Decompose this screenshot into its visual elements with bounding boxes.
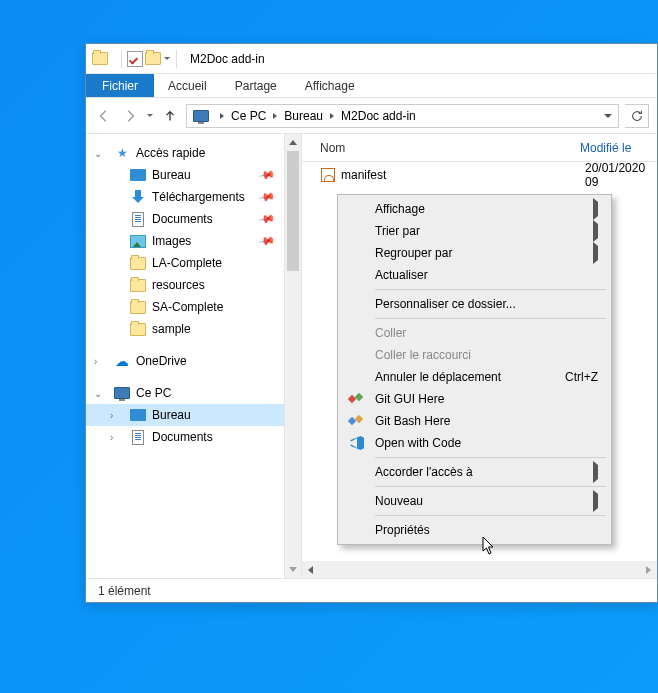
- addr-seg-folder[interactable]: M2Doc add-in: [337, 105, 420, 127]
- scroll-up-icon[interactable]: [285, 134, 301, 151]
- cm-refresh[interactable]: Actualiser: [341, 264, 608, 286]
- folder-icon: [130, 321, 146, 337]
- expand-icon[interactable]: ›: [94, 356, 97, 367]
- cm-label: Regrouper par: [375, 246, 452, 260]
- sidebar-item-downloads[interactable]: Téléchargements📌: [86, 186, 284, 208]
- pin-icon: 📌: [258, 210, 277, 229]
- sidebar-item-folder[interactable]: LA-Complete: [86, 252, 284, 274]
- navbar: Ce PC Bureau M2Doc add-in: [86, 98, 657, 134]
- addr-root[interactable]: [189, 105, 217, 127]
- addr-seg-desktop[interactable]: Bureau: [280, 105, 327, 127]
- cm-label: Trier par: [375, 224, 420, 238]
- cm-group[interactable]: Regrouper par: [341, 242, 608, 264]
- xml-icon: [320, 167, 335, 183]
- expand-icon[interactable]: ›: [110, 410, 113, 421]
- cm-label: Coller le raccourci: [375, 348, 471, 362]
- qat-properties-icon[interactable]: [127, 51, 143, 67]
- cm-label: Nouveau: [375, 494, 423, 508]
- sidebar-this-pc[interactable]: ⌄Ce PC: [86, 382, 284, 404]
- nav-up-icon[interactable]: [160, 106, 180, 126]
- file-row[interactable]: manifest 20/01/2020 09: [302, 164, 657, 186]
- navigation-pane[interactable]: ⌄ ★ Accès rapide Bureau📌 Téléchargements…: [86, 134, 284, 578]
- addr-separator-icon[interactable]: [217, 110, 227, 121]
- scroll-right-icon[interactable]: [640, 561, 657, 578]
- document-icon: [130, 429, 146, 445]
- vscode-icon: [349, 435, 365, 451]
- scroll-thumb[interactable]: [287, 151, 299, 271]
- sidebar-quick-access[interactable]: ⌄ ★ Accès rapide: [86, 142, 284, 164]
- sidebar-item-desktop[interactable]: Bureau📌: [86, 164, 284, 186]
- cloud-icon: ☁: [114, 353, 130, 369]
- tab-file[interactable]: Fichier: [86, 74, 154, 97]
- sidebar-item-documents[interactable]: Documents📌: [86, 208, 284, 230]
- sidebar-item-documents[interactable]: ›Documents: [86, 426, 284, 448]
- sidebar-label: sample: [152, 322, 191, 336]
- context-menu: Affichage Trier par Regrouper par Actual…: [337, 194, 612, 545]
- collapse-icon[interactable]: ⌄: [94, 388, 102, 399]
- cm-properties[interactable]: Propriétés: [341, 519, 608, 541]
- cm-new[interactable]: Nouveau: [341, 490, 608, 512]
- nav-back-icon[interactable]: [94, 106, 114, 126]
- addr-dropdown-icon[interactable]: [600, 114, 616, 118]
- submenu-arrow-icon: [593, 465, 598, 479]
- sidebar-scrollbar[interactable]: [284, 134, 301, 578]
- desktop-icon: [130, 407, 146, 423]
- window-icon[interactable]: [92, 51, 108, 67]
- sidebar-label: OneDrive: [136, 354, 187, 368]
- sidebar-item-folder[interactable]: resources: [86, 274, 284, 296]
- pin-icon: 📌: [258, 166, 277, 185]
- cm-grant-access[interactable]: Accorder l'accès à: [341, 461, 608, 483]
- cm-paste: Coller: [341, 322, 608, 344]
- download-icon: [130, 189, 146, 205]
- cm-label: Coller: [375, 326, 406, 340]
- titlebar[interactable]: M2Doc add-in: [86, 44, 657, 74]
- sidebar-wrap: ⌄ ★ Accès rapide Bureau📌 Téléchargements…: [86, 134, 301, 578]
- scroll-down-icon[interactable]: [285, 561, 301, 578]
- scroll-left-icon[interactable]: [302, 561, 319, 578]
- qat-dropdown-icon[interactable]: [163, 51, 171, 67]
- cm-open-code[interactable]: Open with Code: [341, 432, 608, 454]
- folder-icon: [130, 299, 146, 315]
- cm-label: Affichage: [375, 202, 425, 216]
- cm-git-gui[interactable]: Git GUI Here: [341, 388, 608, 410]
- collapse-icon[interactable]: ⌄: [94, 148, 102, 159]
- submenu-arrow-icon: [593, 202, 598, 216]
- addr-separator-icon[interactable]: [270, 110, 280, 121]
- col-modified[interactable]: Modifié le: [580, 141, 631, 155]
- sidebar-label: Images: [152, 234, 191, 248]
- nav-forward-icon[interactable]: [120, 106, 140, 126]
- column-headers: Nom Modifié le: [302, 134, 657, 162]
- cm-customize[interactable]: Personnaliser ce dossier...: [341, 293, 608, 315]
- sidebar-item-images[interactable]: Images📌: [86, 230, 284, 252]
- tab-home[interactable]: Accueil: [154, 74, 221, 97]
- sidebar-label: resources: [152, 278, 205, 292]
- image-icon: [130, 233, 146, 249]
- cm-sort[interactable]: Trier par: [341, 220, 608, 242]
- sidebar-onedrive[interactable]: ›☁OneDrive: [86, 350, 284, 372]
- pc-icon: [114, 385, 130, 401]
- cm-undo[interactable]: Annuler le déplacementCtrl+Z: [341, 366, 608, 388]
- sidebar-item-folder[interactable]: SA-Complete: [86, 296, 284, 318]
- tab-view[interactable]: Affichage: [291, 74, 369, 97]
- sidebar-item-desktop[interactable]: ›Bureau: [86, 404, 284, 426]
- item-count: 1 élément: [98, 584, 151, 598]
- cm-view[interactable]: Affichage: [341, 198, 608, 220]
- sidebar-label: Accès rapide: [136, 146, 205, 160]
- nav-history-icon[interactable]: [146, 108, 154, 124]
- sidebar-label: Bureau: [152, 408, 191, 422]
- sidebar-item-folder[interactable]: sample: [86, 318, 284, 340]
- tab-share[interactable]: Partage: [221, 74, 291, 97]
- cm-label: Annuler le déplacement: [375, 370, 501, 384]
- cm-git-bash[interactable]: Git Bash Here: [341, 410, 608, 432]
- addr-separator-icon[interactable]: [327, 110, 337, 121]
- content-scrollbar-h[interactable]: [302, 561, 657, 578]
- cm-separator: [375, 457, 606, 458]
- addr-seg-pc[interactable]: Ce PC: [227, 105, 270, 127]
- refresh-button[interactable]: [625, 104, 649, 128]
- submenu-arrow-icon: [593, 224, 598, 238]
- quick-access-toolbar: [118, 50, 180, 68]
- col-name[interactable]: Nom: [320, 141, 580, 155]
- expand-icon[interactable]: ›: [110, 432, 113, 443]
- address-bar[interactable]: Ce PC Bureau M2Doc add-in: [186, 104, 619, 128]
- qat-newfolder-icon[interactable]: [145, 51, 161, 67]
